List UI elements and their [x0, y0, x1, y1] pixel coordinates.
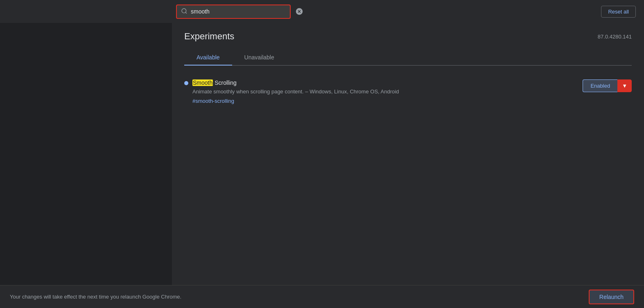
svg-point-0	[182, 9, 186, 13]
top-bar: Reset all	[0, 0, 644, 23]
search-wrapper	[176, 5, 305, 19]
experiment-item: Smooth Scrolling Animate smoothly when s…	[184, 75, 632, 108]
experiment-status-dot	[184, 81, 188, 85]
experiment-control: Enabled ▼	[583, 79, 632, 92]
experiments-header: Experiments 87.0.4280.141	[184, 31, 632, 42]
reset-all-button[interactable]: Reset all	[601, 6, 636, 18]
main-layout: Experiments 87.0.4280.141 Available Unav…	[0, 23, 644, 285]
search-icon	[181, 8, 188, 16]
svg-line-1	[185, 12, 187, 14]
experiment-name: Smooth Scrolling	[192, 79, 578, 86]
experiment-name-suffix: Scrolling	[213, 79, 237, 86]
bottom-bar: Your changes will take effect the next t…	[0, 285, 644, 308]
relaunch-button[interactable]: Relaunch	[589, 290, 634, 304]
experiment-info: Smooth Scrolling Animate smoothly when s…	[192, 79, 578, 104]
bottom-message: Your changes will take effect the next t…	[10, 294, 181, 300]
search-input[interactable]	[191, 8, 286, 15]
version-text: 87.0.4280.141	[598, 34, 632, 40]
experiment-description: Animate smoothly when scrolling page con…	[192, 88, 578, 96]
tab-unavailable[interactable]: Unavailable	[232, 50, 287, 66]
experiment-name-highlight: Smooth	[192, 79, 213, 86]
experiment-enabled-button[interactable]: Enabled	[583, 79, 617, 92]
content-area: Experiments 87.0.4280.141 Available Unav…	[172, 23, 644, 285]
page-title: Experiments	[184, 31, 234, 42]
tab-available[interactable]: Available	[184, 50, 232, 66]
experiment-dropdown-button[interactable]: ▼	[617, 79, 632, 92]
search-box	[176, 5, 291, 19]
experiment-link[interactable]: #smooth-scrolling	[192, 98, 234, 104]
clear-search-button[interactable]	[294, 8, 305, 15]
tabs-bar: Available Unavailable	[184, 50, 632, 66]
sidebar	[0, 23, 172, 285]
dropdown-arrow-icon: ▼	[622, 83, 627, 89]
